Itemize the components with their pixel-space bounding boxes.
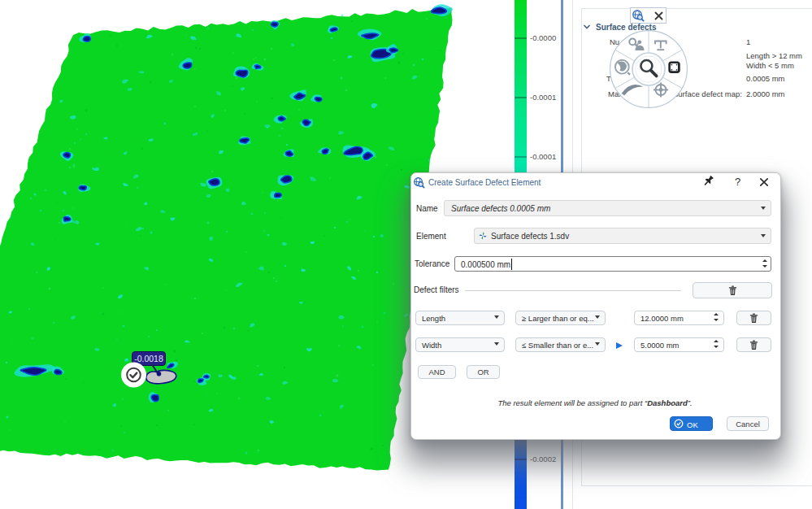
svg-text:-0.0018: -0.0018 [134, 354, 163, 363]
